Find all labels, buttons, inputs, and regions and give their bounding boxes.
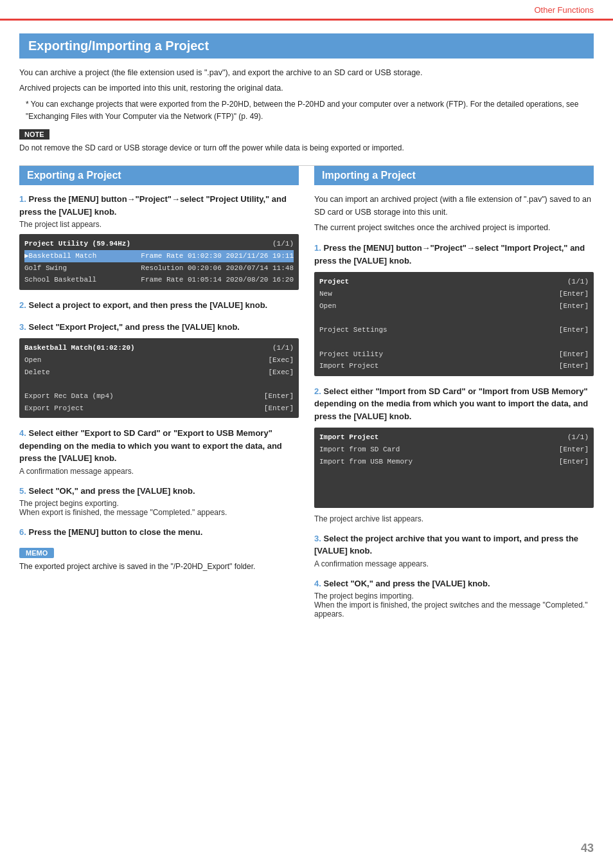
menu3-open: Open[Exec] bbox=[24, 354, 294, 366]
export-step-4-text: 4. Select either "Export to SD Card" or … bbox=[19, 427, 299, 465]
import-step-2: 2. Select either "Import from SD Card" o… bbox=[314, 385, 594, 523]
export-step-5-label: Select "OK," and press the [VALUE] knob. bbox=[28, 486, 195, 496]
import-menu1-title-row: Project (1/1) bbox=[319, 276, 589, 288]
import-menu-screen-1: Project (1/1) New[Enter] Open[Enter] Pro… bbox=[314, 272, 594, 376]
import-step-3: 3. Select the project archive that you w… bbox=[314, 532, 594, 568]
header-title: Other Functions bbox=[535, 5, 594, 15]
menu-row-school-label: School Basketball bbox=[24, 274, 96, 286]
import-intro-1: You can import an archived project (with… bbox=[314, 193, 594, 219]
export-step-3-label: Select "Export Project," and press the [… bbox=[28, 322, 240, 332]
import-step-4-number: 4. bbox=[314, 579, 321, 588]
menu-screen-3-title: Basketball Match(01:02:20) bbox=[24, 342, 135, 354]
import-menu-1-title: Project bbox=[319, 276, 349, 288]
note-box: NOTE Do not remove the SD card or USB st… bbox=[19, 129, 594, 154]
menu-row-school: School Basketball Frame Rate 01:05:14 20… bbox=[24, 274, 294, 286]
export-step-1-number: 1. bbox=[19, 194, 26, 204]
menu-row-golf: Golf Swing Resolution 00:20:06 2020/07/1… bbox=[24, 262, 294, 275]
import-step-1-label: Press the [MENU] button→"Project"→select… bbox=[314, 243, 585, 266]
import-menu1-blank bbox=[319, 312, 589, 324]
menu-row-basketball-tag: Frame Rate 01:02:30 2021/11/26 19:11 bbox=[141, 250, 294, 262]
menu3-blank bbox=[24, 378, 294, 390]
export-step-5-text: 5. Select "OK," and press the [VALUE] kn… bbox=[19, 485, 299, 498]
export-step-1-sub: The project list appears. bbox=[19, 220, 299, 229]
import-step-2-text: 2. Select either "Import from SD Card" o… bbox=[314, 385, 594, 423]
intro-text-1: You can archive a project (the file exte… bbox=[19, 66, 594, 79]
export-step-2-label: Select a project to export, and then pre… bbox=[28, 300, 267, 310]
export-step-1: 1. Press the [MENU] button→"Project"→sel… bbox=[19, 193, 299, 290]
import-step-4-label: Select "OK," and press the [VALUE] knob. bbox=[323, 579, 490, 588]
import-menu-2-title: Import Project bbox=[319, 431, 378, 444]
import-step-1-text: 1. Press the [MENU] button→"Project"→sel… bbox=[314, 242, 594, 267]
menu-row-basketball: ▶Basketball Match Frame Rate 01:02:30 20… bbox=[24, 250, 294, 262]
import-step-1-number: 1. bbox=[314, 243, 321, 253]
memo-box: MEMO The exported project archive is sav… bbox=[19, 548, 299, 572]
menu-screen-3-page: (1/1) bbox=[272, 342, 294, 354]
import-step-4-text: 4. Select "OK," and press the [VALUE] kn… bbox=[314, 577, 594, 590]
import-menu1-import: Import Project[Enter] bbox=[319, 360, 589, 372]
export-step-5: 5. Select "OK," and press the [VALUE] kn… bbox=[19, 485, 299, 518]
intro-text-2: Archived projects can be imported into t… bbox=[19, 82, 594, 95]
import-heading: Importing a Project bbox=[314, 166, 594, 185]
export-column: Exporting a Project 1. Press the [MENU] … bbox=[19, 166, 299, 628]
export-step-1-text: 1. Press the [MENU] button→"Project"→sel… bbox=[19, 193, 299, 218]
export-step-5-sub: The project begins exporting.When export… bbox=[19, 499, 299, 517]
menu3-delete: Delete[Exec] bbox=[24, 366, 294, 379]
export-menu-screen-1: Project Utility (59.94Hz) (1/1) ▶Basketb… bbox=[19, 234, 299, 290]
memo-label: MEMO bbox=[19, 548, 54, 558]
import-intro-2: The current project switches once the ar… bbox=[314, 221, 594, 234]
import-step-3-sub: A confirmation message appears. bbox=[314, 559, 594, 568]
import-menu1-new: New[Enter] bbox=[319, 288, 589, 300]
import-column: Importing a Project You can import an ar… bbox=[314, 166, 594, 628]
import-menu2-blank2 bbox=[319, 480, 589, 492]
menu-row-basketball-label: ▶Basketball Match bbox=[24, 250, 96, 262]
page-number: 43 bbox=[581, 842, 594, 855]
import-step-3-number: 3. bbox=[314, 534, 321, 543]
export-step-4-sub: A confirmation message appears. bbox=[19, 467, 299, 476]
export-heading: Exporting a Project bbox=[19, 166, 299, 185]
export-step-4-number: 4. bbox=[19, 428, 26, 438]
memo-text: The exported project archive is saved in… bbox=[19, 561, 299, 572]
menu-row-school-tag: Frame Rate 01:05:14 2020/08/20 16:20 bbox=[141, 274, 294, 286]
export-step-1-label: Press the [MENU] button→"Project"→select… bbox=[19, 194, 287, 217]
page-header: Other Functions bbox=[0, 0, 613, 21]
export-step-6-label: Press the [MENU] button to close the men… bbox=[28, 527, 202, 537]
asterisk-note: You can exchange projects that were expo… bbox=[26, 98, 594, 123]
import-menu1-blank2 bbox=[319, 336, 589, 348]
menu-screen-1-title: Project Utility (59.94Hz) bbox=[24, 238, 130, 250]
export-step-2: 2. Select a project to export, and then … bbox=[19, 299, 299, 312]
note-label: NOTE bbox=[19, 129, 49, 140]
export-step-2-text: 2. Select a project to export, and then … bbox=[19, 299, 299, 312]
import-menu1-utility: Project Utility[Enter] bbox=[319, 348, 589, 361]
export-step-6: 6. Press the [MENU] button to close the … bbox=[19, 526, 299, 539]
export-step-4: 4. Select either "Export to SD Card" or … bbox=[19, 427, 299, 476]
export-step-6-number: 6. bbox=[19, 527, 26, 537]
menu-screen-1-page: (1/1) bbox=[272, 238, 294, 250]
import-menu2-usb: Import from USB Memory[Enter] bbox=[319, 456, 589, 468]
import-step-2-label: Select either "Import from SD Card" or "… bbox=[314, 386, 588, 421]
import-menu1-settings: Project Settings[Enter] bbox=[319, 324, 589, 336]
export-step-5-number: 5. bbox=[19, 486, 26, 496]
import-menu2-title-row: Import Project (1/1) bbox=[319, 431, 589, 444]
export-step-3-number: 3. bbox=[19, 322, 26, 332]
import-step-3-text: 3. Select the project archive that you w… bbox=[314, 532, 594, 557]
note-text: Do not remove the SD card or USB storage… bbox=[19, 142, 594, 154]
import-menu-2-page: (1/1) bbox=[567, 431, 589, 444]
menu-row-golf-label: Golf Swing bbox=[24, 262, 67, 275]
import-step-3-label: Select the project archive that you want… bbox=[314, 534, 578, 556]
two-column-layout: Exporting a Project 1. Press the [MENU] … bbox=[19, 166, 594, 628]
menu3-title-row: Basketball Match(01:02:20) (1/1) bbox=[24, 342, 294, 354]
export-step-2-number: 2. bbox=[19, 300, 26, 310]
menu3-export-project: Export Project[Enter] bbox=[24, 402, 294, 415]
import-step-4: 4. Select "OK," and press the [VALUE] kn… bbox=[314, 577, 594, 619]
menu-row-golf-tag: Resolution 00:20:06 2020/07/14 11:48 bbox=[141, 262, 294, 275]
export-menu-screen-3: Basketball Match(01:02:20) (1/1) Open[Ex… bbox=[19, 338, 299, 418]
import-menu2-blank3 bbox=[319, 492, 589, 504]
content-area: Exporting/Importing a Project You can ar… bbox=[0, 33, 613, 628]
import-step-2-number: 2. bbox=[314, 386, 321, 396]
menu-title-row: Project Utility (59.94Hz) (1/1) bbox=[24, 238, 294, 250]
import-menu1-open: Open[Enter] bbox=[319, 300, 589, 312]
import-step-1: 1. Press the [MENU] button→"Project"→sel… bbox=[314, 242, 594, 376]
export-step-6-text: 6. Press the [MENU] button to close the … bbox=[19, 526, 299, 539]
export-step-3-text: 3. Select "Export Project," and press th… bbox=[19, 321, 299, 334]
import-menu2-sd: Import from SD Card[Enter] bbox=[319, 444, 589, 456]
